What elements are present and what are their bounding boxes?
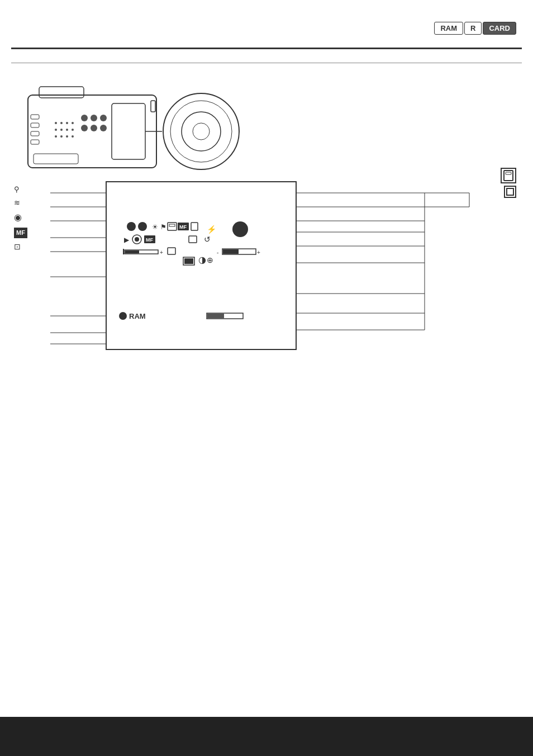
svg-rect-23 — [91, 125, 97, 131]
svg-rect-19 — [81, 115, 88, 121]
sub-rule — [11, 63, 522, 63]
svg-rect-1 — [39, 87, 84, 98]
svg-point-13 — [66, 129, 68, 131]
svg-point-17 — [66, 135, 68, 138]
svg-rect-54 — [123, 249, 124, 254]
svg-point-12 — [60, 129, 63, 131]
svg-rect-24 — [100, 125, 107, 131]
svg-rect-58 — [168, 248, 175, 254]
svg-rect-5 — [31, 131, 39, 136]
svg-point-49 — [135, 237, 139, 242]
svg-text:⚡: ⚡ — [207, 225, 217, 234]
svg-point-36 — [127, 222, 136, 231]
svg-rect-3 — [31, 115, 39, 119]
svg-point-14 — [72, 129, 74, 131]
svg-rect-6 — [31, 140, 39, 144]
svg-point-11 — [55, 129, 57, 131]
svg-point-67 — [119, 312, 127, 320]
svg-rect-66 — [184, 258, 193, 264]
svg-text:+: + — [160, 249, 163, 256]
portrait-icon: ⚲ — [14, 185, 27, 195]
svg-point-9 — [66, 122, 68, 124]
diagram-svg: ☀ ⚑ MF ⚡ ▶ MF ↺ + - — [34, 165, 514, 400]
stabilizer-icon: ◉ — [14, 211, 27, 224]
svg-point-18 — [72, 135, 74, 138]
svg-rect-21 — [100, 115, 107, 121]
camera-svg — [17, 67, 263, 179]
svg-point-16 — [60, 135, 63, 138]
diagram-container: ☀ ⚑ MF ⚡ ▶ MF ↺ + - — [34, 165, 522, 400]
svg-text:↺: ↺ — [204, 235, 211, 244]
svg-rect-44 — [191, 223, 198, 230]
svg-rect-2 — [112, 103, 145, 159]
svg-rect-4 — [31, 123, 39, 127]
svg-rect-30 — [34, 154, 78, 164]
card-badge: CARD — [483, 22, 516, 35]
svg-text:MF: MF — [179, 224, 187, 230]
svg-text:RAM: RAM — [129, 312, 146, 320]
svg-point-7 — [55, 122, 57, 124]
svg-text:☀: ☀ — [152, 223, 158, 231]
svg-rect-41 — [169, 224, 175, 226]
camera-illustration — [17, 67, 263, 179]
svg-rect-70 — [207, 314, 224, 318]
svg-rect-53 — [189, 236, 197, 243]
svg-point-45 — [232, 221, 248, 237]
photo-icon: ⊡ — [14, 242, 27, 253]
scene-icon: ≋ — [14, 198, 27, 208]
svg-point-15 — [55, 135, 57, 138]
ram-badge: RAM — [434, 22, 463, 35]
svg-rect-61 — [223, 249, 239, 254]
svg-text:+: + — [257, 249, 260, 256]
svg-point-8 — [60, 122, 63, 124]
svg-rect-22 — [81, 125, 88, 131]
svg-text:MF: MF — [146, 237, 153, 243]
side-icons: ⚲ ≋ ◉ MF ⊡ — [14, 185, 27, 253]
svg-text:⊕: ⊕ — [207, 256, 213, 264]
svg-point-29 — [193, 123, 210, 140]
svg-rect-56 — [125, 251, 139, 253]
svg-point-10 — [72, 122, 74, 124]
svg-rect-31 — [151, 101, 155, 112]
svg-point-27 — [170, 101, 232, 162]
svg-text:⚑: ⚑ — [160, 223, 166, 231]
mode-badges: RAM R CARD — [434, 22, 516, 35]
svg-rect-0 — [28, 95, 156, 168]
mf-icon: MF — [14, 228, 27, 238]
svg-text:-: - — [217, 249, 218, 256]
svg-rect-20 — [91, 115, 97, 121]
svg-rect-35 — [106, 182, 296, 349]
bottom-bar — [0, 717, 533, 756]
svg-text:▶: ▶ — [124, 236, 130, 244]
svg-point-28 — [182, 112, 221, 151]
header: RAM R CARD — [0, 0, 533, 48]
top-rule — [11, 48, 522, 49]
r-badge: R — [464, 22, 482, 35]
svg-point-37 — [138, 222, 147, 231]
svg-text:◑: ◑ — [198, 255, 206, 264]
svg-point-26 — [163, 93, 239, 169]
